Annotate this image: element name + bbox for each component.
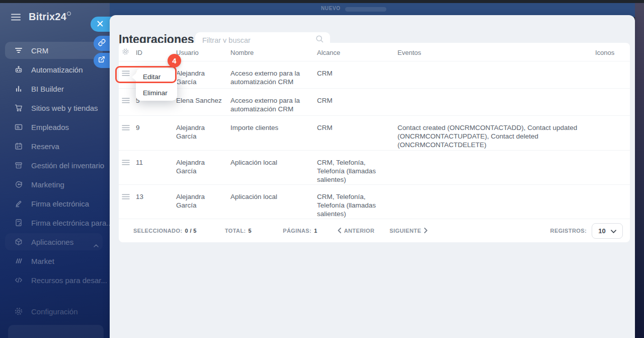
- sidebar-nav: CRM Automatización BI Builder Sitios web…: [0, 41, 110, 321]
- annotation-step-badge: 4: [168, 54, 181, 67]
- document-pen-icon: [14, 218, 23, 227]
- header-eventos[interactable]: Eventos: [397, 48, 585, 57]
- pages-label: PÁGINAS:: [283, 228, 311, 234]
- cell-nombre: Aplicación local: [230, 192, 317, 201]
- cell-nombre: Acceso externo para la automatización CR…: [230, 69, 317, 86]
- sidebar-item-label: Firma electrónica para...: [31, 219, 113, 227]
- row-menu-hamburger-icon[interactable]: [122, 70, 130, 78]
- logo-clock-icon: [67, 12, 71, 16]
- close-panel-button[interactable]: [91, 17, 112, 32]
- bitrix24-logo[interactable]: Bitrix24: [29, 11, 71, 23]
- cell-nombre: Aplicación local: [230, 158, 317, 167]
- sidebar-item-inventario[interactable]: Gestión del inventario: [0, 156, 110, 175]
- sidebar-item-label: Sitios web y tiendas: [31, 104, 98, 112]
- sidebar-item-label: Reserva: [31, 142, 59, 151]
- pen-icon: [14, 199, 23, 208]
- sidebar-item-firma-electronica-para[interactable]: Firma electrónica para...: [0, 213, 110, 232]
- cell-alcance: CRM: [317, 69, 388, 78]
- previous-page-button[interactable]: ANTERIOR: [338, 228, 375, 234]
- target-icon: [14, 180, 23, 189]
- sidebar: Bitrix24 CRM Automatización BI Builder S…: [0, 3, 110, 338]
- header-alcance[interactable]: Alcance: [317, 48, 388, 57]
- open-in-new-window-button[interactable]: [94, 53, 112, 68]
- sidebar-item-recursos[interactable]: Recursos para desar...: [0, 271, 110, 290]
- sidebar-item-aplicaciones[interactable]: Aplicaciones: [0, 232, 110, 251]
- sidebar-item-firma-electronica[interactable]: Firma electrónica: [0, 194, 110, 213]
- selected-label: SELECCIONADO:: [133, 228, 182, 234]
- records-per-page-select[interactable]: 10: [592, 223, 623, 239]
- cell-eventos: Contact created (ONCRMCONTACTADD), Conta…: [397, 123, 585, 149]
- sidebar-item-automatizacion[interactable]: Automatización: [0, 60, 110, 79]
- header-id[interactable]: ID: [136, 48, 142, 57]
- table-row[interactable]: 3 Alejandra García Acceso externo para l…: [119, 61, 630, 89]
- cell-id: 13: [136, 192, 143, 201]
- table-header-row: ID Usuario Nombre Alcance Eventos Iconos: [119, 43, 630, 61]
- table-row[interactable]: 13 Alejandra García Aplicación local CRM…: [119, 185, 630, 219]
- sidebar-item-label: Firma electrónica: [31, 199, 89, 208]
- sidebar-item-market[interactable]: Market: [0, 251, 110, 271]
- row-menu-hamburger-icon[interactable]: [122, 193, 130, 201]
- selected-counter: SELECCIONADO: 0 / 5: [133, 228, 197, 234]
- sidebar-item-sitios-web[interactable]: Sitios web y tiendas: [0, 98, 110, 117]
- cell-alcance: CRM: [317, 96, 388, 105]
- header-usuario[interactable]: Usuario: [176, 48, 226, 57]
- sidebar-item-empleados[interactable]: Empleados: [0, 117, 110, 137]
- cell-nombre: Acceso externo para la automatización CR…: [230, 96, 317, 113]
- sidebar-header: Bitrix24: [11, 11, 71, 23]
- next-page-button[interactable]: SIGUIENTE: [389, 228, 428, 234]
- header-iconos[interactable]: Iconos: [595, 48, 614, 57]
- box-icon: [14, 161, 23, 170]
- sidebar-item-bi-builder[interactable]: BI Builder: [0, 79, 110, 98]
- sidebar-item-label: BI Builder: [31, 85, 64, 93]
- row-menu-hamburger-icon[interactable]: [122, 97, 130, 105]
- chevron-left-icon: [338, 228, 341, 234]
- cell-alcance: CRM, Telefonía, Telefonía (llamadas sali…: [317, 158, 388, 184]
- chevron-down-icon: [611, 227, 616, 235]
- total-value: 5: [249, 228, 252, 234]
- menu-item-editar[interactable]: Editar: [136, 69, 177, 85]
- sidebar-item-label: Recursos para desar...: [31, 276, 107, 285]
- open-in-new-window-icon: [98, 56, 105, 65]
- header-nombre[interactable]: Nombre: [230, 48, 317, 57]
- sidebar-item-configuracion[interactable]: Configuración: [0, 302, 110, 321]
- total-counter: TOTAL: 5: [225, 228, 252, 234]
- pages-counter: PÁGINAS: 1: [283, 228, 317, 234]
- records-value: 10: [598, 227, 605, 235]
- topbar-nuevo-label: NUEVO: [321, 6, 341, 11]
- row-menu-hamburger-icon[interactable]: [122, 124, 130, 132]
- link-icon: [98, 39, 106, 48]
- code-icon: [14, 276, 23, 285]
- background-wallpaper-strip: [635, 3, 644, 338]
- sidebar-item-marketing[interactable]: Marketing: [0, 175, 110, 194]
- cell-nombre: Importe clientes: [230, 123, 317, 132]
- cell-id: 9: [136, 123, 140, 132]
- sidebar-footer-widget[interactable]: [8, 325, 104, 338]
- integrations-panel: Integraciones ID Usuario Nombre Alcance …: [110, 15, 635, 338]
- menu-item-eliminar[interactable]: Eliminar: [136, 85, 177, 101]
- chevron-up-icon: [94, 240, 99, 249]
- bitrix24-window: Bitrix24 CRM Automatización BI Builder S…: [0, 0, 644, 338]
- table-row[interactable]: 5 Elena Sanchez Acceso externo para la a…: [119, 89, 630, 116]
- table-row[interactable]: 11 Alejandra García Aplicación local CRM…: [119, 151, 630, 185]
- sidebar-item-label: Market: [31, 257, 54, 265]
- sidebar-item-reserva[interactable]: Reserva: [0, 137, 110, 156]
- close-icon: [97, 20, 103, 29]
- row-menu-hamburger-icon[interactable]: [122, 159, 130, 167]
- column-settings-gear-icon[interactable]: [122, 48, 129, 57]
- table-row[interactable]: 9 Alejandra García Importe clientes CRM …: [119, 116, 630, 151]
- sidebar-item-label: Configuración: [31, 307, 78, 316]
- robot-icon: [14, 65, 23, 74]
- gear-icon: [14, 307, 23, 316]
- sidebar-item-label: Marketing: [31, 180, 64, 189]
- hamburger-menu-icon[interactable]: [11, 14, 21, 21]
- cell-usuario: Alejandra García: [176, 123, 226, 141]
- chevron-right-icon: [424, 228, 428, 234]
- sidebar-item-label: Empleados: [31, 123, 69, 131]
- copy-link-button[interactable]: [94, 36, 112, 51]
- sidebar-item-label: CRM: [31, 46, 48, 55]
- previous-label: ANTERIOR: [344, 228, 375, 234]
- cube-icon: [14, 237, 23, 246]
- topbar-decoration: [345, 7, 386, 12]
- bar-chart-icon: [14, 84, 23, 93]
- sidebar-item-label: Aplicaciones: [31, 238, 73, 246]
